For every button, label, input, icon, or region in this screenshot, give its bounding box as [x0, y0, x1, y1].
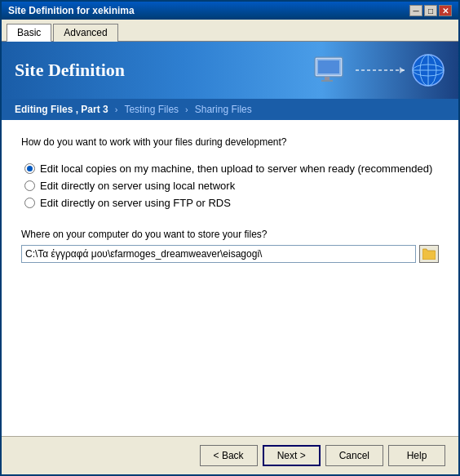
radio-circle-2	[24, 180, 35, 191]
svg-marker-6	[400, 67, 405, 73]
step-editing-files[interactable]: Editing Files , Part 3	[15, 104, 108, 115]
monitor-icon	[313, 56, 349, 85]
connector-icon	[356, 64, 405, 77]
step-sharing-files[interactable]: Sharing Files	[195, 104, 252, 115]
header-title: Site Definition	[15, 60, 125, 81]
file-path-input[interactable]	[21, 245, 416, 263]
file-path-row	[21, 245, 439, 263]
browse-folder-button[interactable]	[419, 245, 439, 263]
svg-rect-2	[325, 77, 330, 80]
content-area: How do you want to work with your files …	[2, 120, 458, 436]
file-path-section: Where on your computer do you want to st…	[21, 229, 439, 263]
tab-advanced[interactable]: Advanced	[53, 24, 117, 42]
radio-label-3: Edit directly on server using FTP or RDS	[40, 197, 231, 209]
radio-label-1: Edit local copies on my machine, then up…	[40, 162, 432, 175]
tab-basic[interactable]: Basic	[7, 24, 51, 42]
tab-bar: Basic Advanced	[2, 20, 458, 42]
cancel-button[interactable]: Cancel	[325, 445, 383, 466]
bottom-bar: < Back Next > Cancel Help	[2, 436, 458, 474]
main-window: Site Definition for xekinima ─ □ ✕ Basic…	[0, 0, 460, 476]
folder-icon	[422, 248, 436, 260]
globe-icon	[411, 53, 445, 87]
radio-circle-3	[24, 198, 35, 208]
file-path-label: Where on your computer do you want to st…	[21, 229, 439, 240]
next-button[interactable]: Next >	[263, 445, 321, 466]
radio-label-2: Edit directly on server using local netw…	[40, 180, 235, 192]
radio-option-3[interactable]: Edit directly on server using FTP or RDS	[24, 197, 439, 209]
radio-option-2[interactable]: Edit directly on server using local netw…	[24, 180, 439, 192]
minimize-button[interactable]: ─	[409, 5, 422, 16]
radio-option-1[interactable]: Edit local copies on my machine, then up…	[24, 162, 439, 175]
question-text: How do you want to work with your files …	[21, 136, 439, 148]
title-bar: Site Definition for xekinima ─ □ ✕	[2, 2, 458, 20]
window-controls: ─ □ ✕	[409, 5, 452, 16]
close-button[interactable]: ✕	[439, 5, 452, 16]
step-testing-files[interactable]: Testing Files	[124, 104, 179, 115]
svg-rect-3	[321, 80, 333, 82]
step-navigation: Editing Files , Part 3 › Testing Files ›…	[2, 99, 458, 120]
svg-rect-4	[318, 60, 339, 73]
header-banner: Site Definition	[2, 42, 458, 99]
maximize-button[interactable]: □	[424, 5, 437, 16]
header-icons	[313, 53, 445, 87]
help-button[interactable]: Help	[388, 445, 445, 466]
radio-circle-1	[24, 163, 35, 174]
back-button[interactable]: < Back	[200, 445, 258, 466]
window-title: Site Definition for xekinima	[8, 5, 135, 16]
radio-group: Edit local copies on my machine, then up…	[24, 162, 439, 209]
